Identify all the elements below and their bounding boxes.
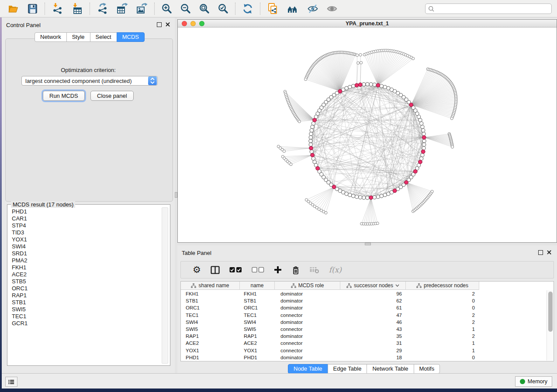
mcds-result-item[interactable]: TEC1 [8,313,162,320]
table-row[interactable]: PHD1PHD1dominator180 [181,354,546,361]
table-cell: 1 [406,340,479,347]
column-header-name[interactable]: name [240,282,275,290]
mcds-result-item[interactable]: RAP1 [8,292,162,299]
zoom-selected-button[interactable] [217,2,229,16]
mcds-result-item[interactable]: STB5 [8,278,162,285]
float-table-panel-button[interactable] [538,250,543,255]
mcds-result-scrollbar[interactable] [162,207,168,364]
table-row[interactable]: SWI4SWI4dominator462 [181,319,546,326]
tab-select[interactable]: Select [90,32,117,42]
clone-network-button[interactable] [266,2,280,16]
column-header-MCDS-role[interactable]: MCDS role [275,282,340,290]
table-cell: 2 [406,312,479,319]
mcds-result-item[interactable]: GCR1 [8,320,162,327]
tab-edge-table[interactable]: Edge Table [328,364,367,374]
columns-icon [211,266,220,274]
import-table-icon [71,3,83,14]
mcds-result-item[interactable]: YOX1 [8,236,162,243]
column-header-shared-name[interactable]: shared name [181,282,240,290]
mcds-result-item[interactable]: STP4 [8,222,162,229]
mcds-result-item[interactable]: PHD1 [8,208,162,215]
export-table-button[interactable] [115,2,129,16]
table-row[interactable]: YOX1YOX1connector291 [181,347,546,354]
open-file-button[interactable] [7,2,20,16]
memory-button[interactable]: Memory [515,376,552,387]
mcds-result-item[interactable]: ACE2 [8,271,162,278]
table-row[interactable]: ACE2ACE2connector311 [181,340,546,347]
search-input[interactable] [436,5,549,12]
tab-motifs[interactable]: Motifs [414,364,440,374]
close-table-panel-button[interactable] [547,250,552,255]
float-panel-button[interactable] [157,22,162,27]
mcds-result-item[interactable]: FKH1 [8,264,162,271]
refresh-button[interactable] [241,2,254,16]
column-label: successor nodes [354,282,393,289]
optimization-select-value: largest connected component (undirected) [22,78,148,84]
mcds-result-item[interactable]: SWI5 [8,306,162,313]
run-mcds-button[interactable]: Run MCDS [43,91,85,101]
delete-column-button[interactable] [291,263,301,276]
table-tabs: Node TableEdge TableNetwork TableMotifs [288,364,440,373]
column-header-successor-nodes[interactable]: successor nodes [340,282,406,290]
mcds-result-item[interactable]: CAR1 [8,215,162,222]
export-image-button[interactable] [135,2,149,16]
scrollbar-thumb[interactable] [548,292,553,332]
close-panel-button[interactable] [165,22,170,27]
table-row[interactable]: SWI5SWI5connector431 [181,326,546,333]
memory-status-icon [520,379,525,384]
table-cell: TEC1 [181,312,240,319]
show-all-button[interactable] [325,2,339,16]
column-layout-button[interactable] [210,263,221,276]
add-column-button[interactable] [273,263,283,276]
delete-table-button [309,263,320,276]
table-cell: 2 [406,319,479,326]
table-settings-button[interactable]: ⚙ [192,263,202,276]
attribute-icon [191,283,196,288]
table-row[interactable]: STB1STB1dominator620 [181,297,546,304]
import-network-button[interactable] [51,2,64,16]
table-row[interactable]: ORC1ORC1dominator610 [181,304,546,311]
zoom-out-button[interactable] [179,2,192,16]
save-session-button[interactable] [26,2,39,16]
hide-selected-button[interactable] [306,2,319,16]
tab-mcds[interactable]: MCDS [117,32,145,42]
first-neighbors-button[interactable] [286,2,300,16]
mcds-result-title: MCDS result (17 nodes) [11,201,75,208]
mcds-result-item[interactable]: SWI4 [8,243,162,250]
zoom-in-button[interactable] [160,2,173,16]
table-panel-title: Table Panel [182,250,211,256]
close-panel-action-button[interactable]: Close panel [90,91,134,101]
table-cell: 43 [340,326,406,333]
binoculars-icon [287,3,299,14]
attribute-icon [416,283,422,288]
mcds-result-item[interactable]: SRD1 [8,250,162,257]
mcds-result-item[interactable]: STB1 [8,299,162,306]
tab-network-table[interactable]: Network Table [367,364,414,374]
column-header-predecessor-nodes[interactable]: predecessor nodes [406,282,479,290]
import-table-button[interactable] [70,2,84,16]
export-network-button[interactable] [96,2,109,16]
zoom-fit-button[interactable] [198,2,211,16]
mcds-result-item[interactable]: TID3 [8,229,162,236]
mcds-result-item[interactable]: ORC1 [8,285,162,292]
tab-node-table[interactable]: Node Table [288,364,328,374]
tab-network[interactable]: Network [35,32,67,42]
table-row[interactable]: FKH1FKH1dominator962 [181,290,546,297]
table-cell: connector [275,340,340,347]
column-label: MCDS role [298,282,324,289]
network-window-titlebar[interactable]: YPA_prune.txt_1 [178,20,557,28]
unselect-all-columns-button[interactable] [251,263,265,276]
optimization-select[interactable]: largest connected component (undirected) [21,76,158,86]
network-canvas[interactable] [178,28,557,242]
mcds-result-item[interactable]: PMA2 [8,257,162,264]
panel-menu-button[interactable] [5,377,17,387]
table-row[interactable]: RAP1RAP1dominator352 [181,333,546,340]
table-cell: SWI4 [240,319,275,326]
table-cell: 47 [340,312,406,319]
table-cell: 96 [340,290,406,297]
select-all-columns-button[interactable] [228,263,243,276]
table-scrollbar[interactable] [547,290,554,361]
tab-style[interactable]: Style [66,32,90,42]
optimization-criterion-label: Optimization criterion: [2,67,175,73]
table-row[interactable]: TEC1TEC1connector472 [181,312,546,319]
